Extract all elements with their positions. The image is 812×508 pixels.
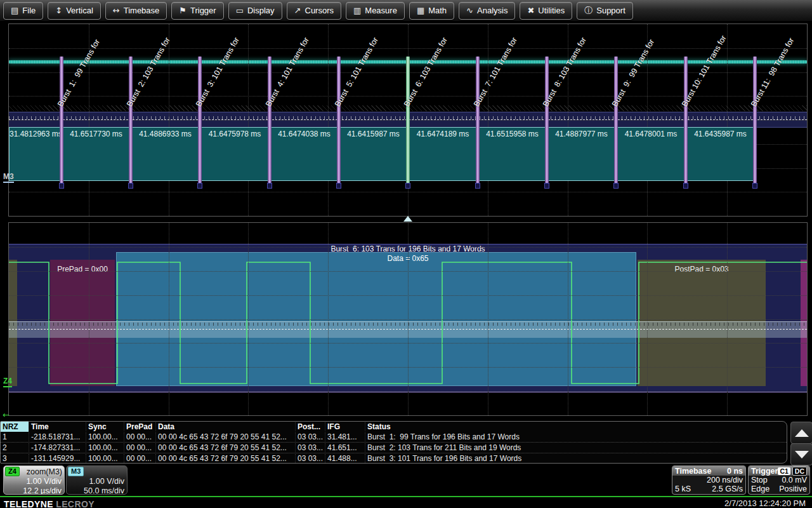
- gridline-horizontal: [9, 367, 807, 368]
- cell-status: Burst 1: 99 Trans for 196 Bits and 17 Wo…: [365, 432, 785, 441]
- cell-prepad: 00 00...: [124, 454, 155, 463]
- analysis-icon: ∿: [466, 6, 473, 15]
- cell-sync: 100.00...: [86, 432, 124, 441]
- menu-button-math[interactable]: ▦Math: [409, 2, 454, 20]
- trigger-position-marker[interactable]: [403, 216, 412, 222]
- z4-trace-label[interactable]: Z4: [3, 377, 12, 387]
- menu-button-file[interactable]: ▤File: [3, 2, 43, 20]
- cell-status: Burst 2: 103 Trans for 211 Bits and 19 W…: [365, 443, 785, 452]
- menu-label: Trigger: [190, 6, 216, 15]
- cell-post: 03 03...: [295, 454, 325, 463]
- table-row[interactable]: 1-218.518731...100.00...00 00...00 00 4c…: [1, 432, 787, 442]
- gridline-horizontal: [9, 271, 807, 272]
- header-cell-nrz: NRZ: [1, 422, 29, 432]
- menu-button-vertical[interactable]: ↕Vertical: [48, 2, 101, 20]
- interval-measurement-box: 41.6515958 ms: [478, 127, 547, 181]
- interval-measurement-box: 41.6474189 ms: [408, 127, 478, 181]
- burst-marker-tip: [405, 183, 410, 189]
- trigger-slope: Positive: [779, 485, 807, 493]
- burst-marker[interactable]: [337, 57, 341, 183]
- arrow-down-icon: [795, 451, 809, 458]
- header-cell-data: Data: [155, 422, 295, 431]
- trigger-type: Edge: [751, 485, 769, 493]
- interval-measurement-box: 41.6474038 ms: [270, 127, 339, 181]
- z4-descriptor-panel[interactable]: Z4 zoom(M3) 1.00 V/div 12.2 µs/div: [3, 465, 65, 495]
- prepad-label: PrePad = 0x00: [50, 265, 115, 274]
- gridline-horizontal: [9, 247, 807, 248]
- burst-marker[interactable]: [753, 57, 757, 183]
- m3-vdiv: 1.00 V/div: [67, 476, 127, 486]
- menu-label: Math: [428, 6, 447, 15]
- burst-marker-selected[interactable]: [406, 57, 410, 183]
- z4-vdiv: 1.00 V/div: [4, 476, 64, 486]
- menu-button-utilities[interactable]: ✖Utilities: [520, 2, 572, 20]
- cell-time: -131.145929...: [29, 454, 86, 463]
- cell-nrz: 1: [1, 432, 29, 441]
- m3-badge: M3: [68, 467, 84, 476]
- burst-marker-tip: [683, 183, 688, 189]
- support-icon: ⓘ: [584, 5, 593, 17]
- trigger-panel[interactable]: Trigger C1DC Stop 0.0 mV Edge Positive: [748, 465, 810, 495]
- timebase-samples: 5 kS: [675, 485, 691, 493]
- gridline-horizontal: [9, 319, 807, 320]
- burst-marker[interactable]: [198, 57, 202, 183]
- cell-time: -174.827331...: [29, 443, 86, 452]
- utilities-icon: ✖: [527, 6, 534, 15]
- gridline-horizontal: [9, 343, 807, 344]
- timebase-offset: 0 ns: [727, 467, 743, 476]
- table-row[interactable]: 3-131.145929...100.00...00 00...00 00 4c…: [1, 453, 787, 464]
- interval-measurement-box: 41.6415987 ms: [339, 127, 408, 181]
- menu-button-trigger[interactable]: ⚑Trigger: [171, 2, 223, 20]
- burst-marker[interactable]: [129, 57, 133, 183]
- burst-marker-tip: [128, 183, 133, 189]
- decode-table-body: 1-218.518731...100.00...00 00...00 00 4c…: [1, 432, 787, 464]
- menu-bar: ▤File↕Vertical↔Timebase⚑Trigger▭Display↗…: [0, 0, 812, 21]
- burst-marker[interactable]: [684, 57, 688, 183]
- z4-source: zoom(M3): [27, 467, 62, 476]
- burst-marker[interactable]: [476, 57, 480, 183]
- cell-post: 03 03...: [295, 443, 325, 452]
- menu-button-cursors[interactable]: ↗Cursors: [287, 2, 341, 20]
- cell-prepad: 00 00...: [124, 443, 155, 452]
- timebase-rate: 2.5 GS/s: [712, 485, 743, 493]
- timebase-tdiv: 200 ns/div: [707, 476, 743, 485]
- oscilloscope-screen: ▤File↕Vertical↔Timebase⚑Trigger▭Display↗…: [0, 0, 812, 508]
- cell-sync: 100.00...: [86, 454, 124, 463]
- burst-marker[interactable]: [60, 57, 63, 183]
- table-row[interactable]: 2-174.827331...100.00...00 00...00 00 4c…: [1, 442, 787, 453]
- menu-label: Timebase: [124, 6, 160, 15]
- cell-nrz: 3: [1, 454, 29, 463]
- timebase-panel[interactable]: Timebase 0 ns 200 ns/div 5 kS 2.5 GS/s: [672, 465, 746, 495]
- cell-ifg: 41.651...: [325, 443, 365, 452]
- burst-marker[interactable]: [268, 57, 272, 183]
- m3-descriptor-panel[interactable]: M3 1.00 V/div 50.0 ms/div: [66, 465, 128, 495]
- burst-marker[interactable]: [545, 57, 549, 183]
- brand-teledyne: TELEDYNE: [4, 499, 53, 508]
- cell-data: 00 00 4c 65 43 72 6f 79 20 55 41 52...: [155, 454, 295, 463]
- cell-prepad: 00 00...: [124, 432, 155, 441]
- upper-graticule[interactable]: 31.4812963 ms41.6517730 ms41.4886933 ms4…: [8, 23, 808, 217]
- decode-table: NRZTimeSyncPrePadDataPost...IFGStatus 1-…: [0, 421, 787, 464]
- m3-trace-label[interactable]: M3: [3, 172, 14, 183]
- menu-button-display[interactable]: ▭Display: [228, 2, 282, 20]
- menu-label: Display: [247, 6, 275, 15]
- gridline-horizontal: [9, 295, 807, 296]
- vertical-icon: ↕: [55, 6, 62, 15]
- interval-measurement-box: 31.4812963 ms: [9, 127, 62, 181]
- trigger-source-badge: C1: [778, 467, 790, 475]
- burst-marker-tip: [752, 183, 757, 189]
- interval-measurement-box: 41.4887977 ms: [547, 127, 616, 181]
- menu-button-analysis[interactable]: ∿Analysis: [459, 2, 515, 20]
- table-scroll-down-button[interactable]: [790, 443, 812, 465]
- table-scroll-up-button[interactable]: [790, 422, 812, 444]
- menu-label: File: [22, 6, 36, 15]
- gridline-horizontal: [9, 48, 807, 49]
- burst-marker[interactable]: [614, 57, 618, 183]
- interval-measurement-box: 41.4886933 ms: [131, 127, 200, 181]
- menu-button-timebase[interactable]: ↔Timebase: [105, 2, 167, 20]
- menu-label: Cursors: [305, 6, 334, 15]
- zoom-graticule[interactable]: Burst 6: 103 Trans for 196 Bits and 17 W…: [8, 222, 808, 416]
- menu-button-support[interactable]: ⓘSupport: [577, 2, 633, 20]
- header-cell-status: Status: [365, 422, 785, 431]
- menu-button-measure[interactable]: ▥Measure: [346, 2, 405, 20]
